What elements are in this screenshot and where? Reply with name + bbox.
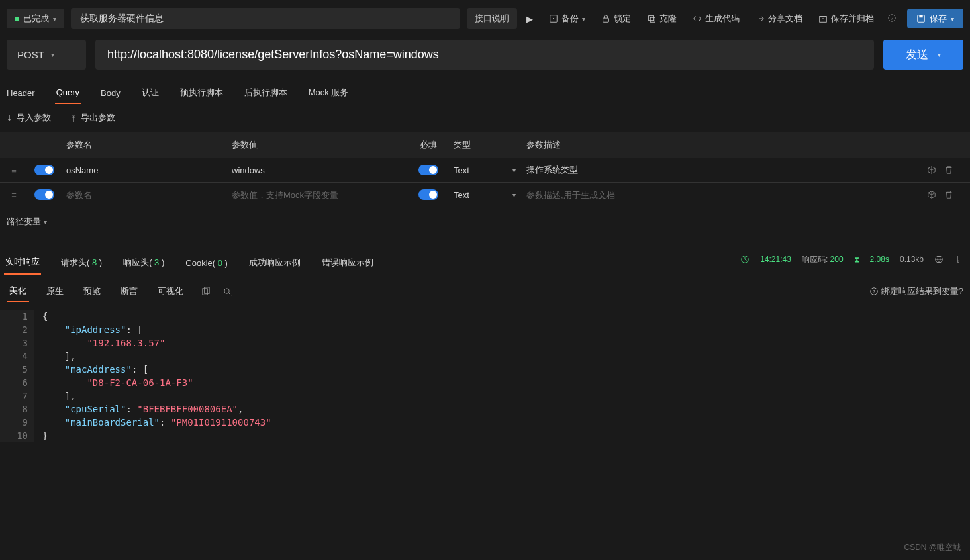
archive-button[interactable]: 保存并归档	[812, 9, 881, 28]
run-button[interactable]: ▶	[520, 10, 540, 28]
view-tab[interactable]: 可视化	[155, 281, 186, 301]
svg-rect-2	[603, 18, 609, 22]
param-value-input[interactable]	[232, 190, 403, 200]
upload-icon: ⭱	[70, 113, 78, 123]
url-input[interactable]	[95, 40, 874, 70]
col-header-value: 参数值	[226, 136, 409, 154]
view-tab[interactable]: 美化	[7, 281, 29, 302]
code-body: { "ipAddress": [ "192.168.3.57" ], "macA…	[34, 310, 271, 442]
http-method-select[interactable]: POST ▾	[7, 40, 86, 70]
svg-point-1	[553, 18, 554, 19]
enable-toggle[interactable]	[34, 189, 54, 200]
cube-icon[interactable]	[927, 165, 936, 175]
param-desc-input[interactable]	[526, 190, 905, 200]
import-params-button[interactable]: ⭳ 导入参数	[5, 112, 51, 124]
resp-tab[interactable]: 成功响应示例	[248, 252, 302, 274]
bind-result-link[interactable]: ? 绑定响应结果到变量?	[869, 285, 963, 297]
chevron-down-icon: ▾	[512, 167, 516, 174]
clock-icon	[740, 255, 750, 264]
cube-icon[interactable]	[927, 190, 936, 199]
param-desc-input[interactable]	[526, 165, 905, 175]
share-button[interactable]: 分享文档	[749, 9, 809, 28]
view-tab[interactable]: 预览	[81, 281, 103, 301]
col-header-type: 类型	[448, 136, 521, 154]
view-row: 美化原生预览断言可视化 ? 绑定响应结果到变量?	[0, 275, 970, 307]
send-button[interactable]: 发送 ▾	[883, 40, 963, 70]
param-type-select[interactable]: Text▾	[448, 187, 521, 203]
response-time: 14:21:43	[760, 255, 791, 264]
lock-icon	[601, 14, 610, 23]
chevron-down-icon: ▾	[53, 15, 56, 23]
request-tabs: HeaderQueryBody认证预执行脚本后执行脚本Mock 服务	[0, 77, 970, 104]
export-params-button[interactable]: ⭱ 导出参数	[70, 112, 115, 124]
tab-mock 服务[interactable]: Mock 服务	[307, 81, 350, 104]
resp-tab[interactable]: Cookie( 0 )	[184, 253, 229, 273]
required-toggle[interactable]	[418, 189, 438, 200]
param-name-input[interactable]	[66, 165, 221, 175]
tab-认证[interactable]: 认证	[140, 81, 160, 104]
chevron-down-icon: ▾	[938, 51, 941, 58]
response-duration: 2.08s	[870, 255, 889, 264]
save-icon	[916, 14, 926, 23]
line-gutter: 12345678910	[0, 310, 34, 442]
response-body-editor[interactable]: 12345678910 { "ipAddress": [ "192.168.3.…	[0, 307, 970, 442]
backup-button[interactable]: 备份 ▾	[542, 9, 592, 28]
tab-body[interactable]: Body	[99, 83, 122, 103]
tab-后执行脚本[interactable]: 后执行脚本	[243, 81, 289, 104]
api-title-input[interactable]	[71, 8, 460, 29]
col-header-desc: 参数描述	[521, 136, 910, 154]
status-dot-icon	[15, 17, 19, 21]
status-dropdown[interactable]: 已完成 ▾	[7, 9, 64, 28]
save-button[interactable]: 保存 ▾	[907, 9, 963, 28]
params-header-row: 参数名 参数值 必填 类型 参数描述	[0, 132, 970, 158]
resp-tab[interactable]: 请求头( 8 )	[60, 252, 103, 274]
required-toggle[interactable]	[418, 165, 438, 175]
chevron-down-icon: ▾	[512, 191, 516, 199]
help-icon[interactable]: ?	[883, 13, 900, 24]
drag-handle-icon[interactable]: ≡	[11, 165, 17, 175]
chevron-down-icon: ▾	[951, 15, 954, 23]
param-name-input[interactable]	[66, 190, 221, 200]
param-row: ≡Text▾	[0, 182, 970, 207]
clone-button[interactable]: 克隆	[640, 9, 683, 28]
watermark: CSDN @唯空城	[904, 542, 961, 553]
resp-tab[interactable]: 错误响应示例	[320, 252, 375, 274]
param-value-input[interactable]	[232, 165, 403, 175]
search-icon[interactable]	[222, 287, 232, 297]
tab-header[interactable]: Header	[5, 83, 36, 103]
svg-rect-5	[820, 17, 827, 23]
response-header: 实时响应请求头( 8 )响应头( 3 )Cookie( 0 )成功响应示例错误响…	[0, 244, 970, 275]
play-icon: ▶	[526, 14, 533, 24]
download-icon[interactable]: ⭳	[954, 255, 962, 264]
drag-handle-icon[interactable]: ≡	[11, 190, 17, 200]
tab-query[interactable]: Query	[55, 82, 81, 104]
lock-button[interactable]: 锁定	[595, 9, 638, 28]
tab-预执行脚本[interactable]: 预执行脚本	[179, 81, 224, 104]
svg-rect-3	[649, 16, 654, 21]
param-row: ≡Text▾	[0, 158, 970, 182]
download-icon: ⭳	[5, 113, 14, 123]
copy-icon[interactable]	[201, 287, 211, 297]
response-status-code: 200	[830, 255, 844, 264]
delete-icon[interactable]	[944, 190, 953, 199]
svg-point-14	[224, 288, 230, 293]
gencode-button[interactable]: 生成代码	[686, 9, 746, 28]
globe-icon[interactable]	[934, 255, 944, 264]
resp-tab[interactable]: 实时响应	[4, 251, 41, 275]
path-variable-toggle[interactable]: 路径变量 ▾	[0, 207, 54, 237]
view-tab[interactable]: 原生	[44, 281, 66, 301]
response-meta: 14:21:43 响应码: 200 ⧗ 2.08s 0.13kb ⭳	[740, 254, 970, 265]
svg-rect-4	[650, 17, 655, 22]
resp-tab[interactable]: 响应头( 3 )	[122, 252, 166, 274]
svg-rect-9	[919, 15, 922, 18]
hourglass-icon: ⧗	[854, 255, 859, 264]
request-url-row: POST ▾ 发送 ▾	[0, 37, 970, 77]
enable-toggle[interactable]	[34, 165, 54, 175]
col-header-required: 必填	[409, 136, 448, 154]
view-tab[interactable]: 断言	[118, 281, 140, 301]
delete-icon[interactable]	[944, 165, 953, 175]
response-tabs: 实时响应请求头( 8 )响应头( 3 )Cookie( 0 )成功响应示例错误响…	[0, 244, 379, 275]
api-desc-button[interactable]: 接口说明	[467, 8, 517, 29]
param-type-select[interactable]: Text▾	[448, 163, 521, 178]
params-table: 参数名 参数值 必填 类型 参数描述 ≡Text▾≡Text▾	[0, 132, 970, 207]
